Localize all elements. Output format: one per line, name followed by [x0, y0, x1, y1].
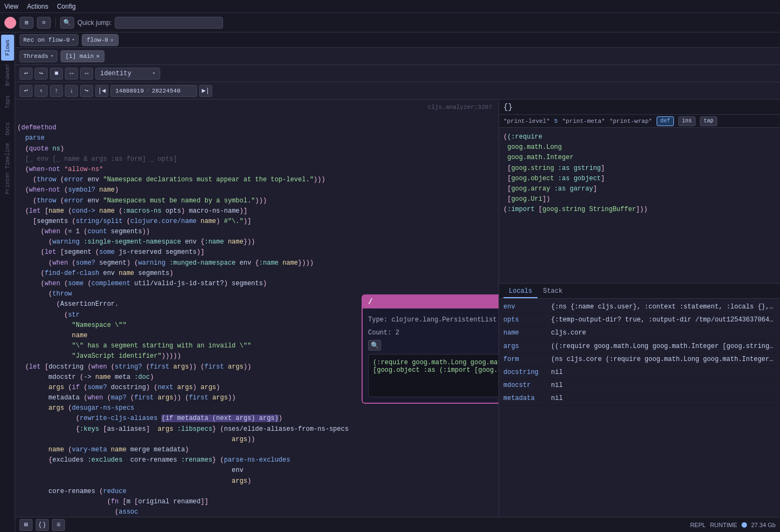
code-header: cljs.analyzer:3207 [17, 104, 496, 110]
locals-row-form: form (ns cljs.core (:require goog.math.L… [499, 353, 780, 366]
quick-jump-label: Quick jump: [77, 19, 112, 27]
popup-search-icon[interactable]: 🔍 [368, 340, 381, 351]
threads-select[interactable]: Threads ▾ [19, 50, 57, 62]
first-btn[interactable]: |◀ [95, 85, 108, 97]
locals-val-opts: {:temp-output-dir? true, :output-dir /tm… [551, 315, 776, 325]
print-controls: *print-level* 5 *print-meta* *print-wrap… [499, 115, 780, 128]
prev-btn[interactable]: ‹ [35, 85, 48, 97]
braces-icon: {} [503, 103, 513, 111]
bottom-btn1[interactable]: ⊞ [19, 519, 32, 531]
menu-actions[interactable]: Actions [27, 3, 48, 10]
last-btn[interactable]: ▶| [199, 85, 212, 97]
step-controls: ↩ ‹ ↑ ↓ ↪ |◀ 14808919 / 28224540 ▶| [15, 82, 780, 100]
locals-key-metadata: metadata [503, 393, 547, 404]
layout-btn[interactable]: ⊞ [19, 17, 34, 29]
locals-val-metadata: nil [551, 393, 776, 404]
bottom-right: REPL RUNTIME 27.34 Gb [690, 522, 776, 528]
menu-config[interactable]: Config [57, 3, 76, 10]
inspector-content: ((:require goog.math.Long goog.math.Inte… [499, 128, 780, 283]
locals-key-docstring: docstring [503, 367, 547, 378]
locals-val-args: ((:require goog.math.Long goog.math.Inte… [551, 341, 776, 352]
rec-on-flow-select[interactable]: Rec on flow-0 ▾ [19, 34, 78, 46]
main-thread-tab[interactable]: [1] main ✕ [61, 50, 104, 62]
tab-stack[interactable]: Stack [538, 285, 568, 298]
sidebar-item-printer[interactable]: Printer [1, 170, 14, 196]
main-layout: Flows Browser Taps Docs Timeline Printer… [0, 32, 780, 532]
locals-val-name: cljs.core [551, 328, 776, 338]
undo-btn[interactable]: ↩ [19, 68, 32, 80]
popup-type: Type: clojure.lang.PersistentList [368, 316, 497, 324]
locals-row-env: env {:ns {:name cljs.user}, :context :st… [499, 301, 780, 314]
sidebar-left: Flows Browser Taps Docs Timeline Printer [0, 32, 15, 532]
search-icon: 🔍 [60, 17, 74, 29]
tap-btn[interactable]: tap [700, 116, 717, 126]
sidebar-item-docs[interactable]: Docs [1, 116, 14, 142]
step-fwd-btn[interactable]: ↪ [80, 85, 93, 97]
locals-key-name: name [503, 328, 547, 338]
locals-row-mdocstr: mdocstr nil [499, 379, 780, 392]
step-counter: 14808919 / 28224540 [110, 85, 197, 97]
locals-key-opts: opts [503, 315, 547, 325]
code-panel[interactable]: cljs.analyzer:3207 (defmethod parse (quo… [15, 100, 499, 517]
bottom-btn3[interactable]: ≡ [52, 519, 65, 531]
print-wrap-label: *print-wrap* [609, 118, 652, 124]
split-area: cljs.analyzer:3207 (defmethod parse (quo… [15, 100, 780, 517]
thread-bar: Threads ▾ [1] main ✕ [15, 48, 780, 65]
toolbar: ⊞ ⊟ 🔍 Quick jump: [0, 13, 780, 32]
flow-tab-bar: Rec on flow-0 ▾ flow-0 ✕ [15, 32, 780, 48]
locals-key-args: args [503, 341, 547, 352]
step-over-btn[interactable]: ↔ [65, 68, 78, 80]
locals-row-name: name cljs.core [499, 327, 780, 340]
inspector-top: {} *print-level* 5 *print-meta* *print-w… [499, 100, 780, 284]
def-btn[interactable]: def [657, 116, 674, 126]
up-btn[interactable]: ↑ [50, 85, 63, 97]
sidebar-item-timeline[interactable]: Timeline [1, 143, 14, 169]
step-back-btn[interactable]: ↩ [19, 85, 32, 97]
sidebar-item-browser[interactable]: Browser [1, 62, 14, 88]
popup-body: Type: clojure.lang.PersistentList def ta… [363, 308, 499, 403]
locals-val-env: {:ns {:name cljs.user}, :context :statem… [551, 302, 776, 312]
right-panel: {} *print-level* 5 *print-meta* *print-w… [499, 100, 780, 517]
settings-btn[interactable]: ⊟ [37, 17, 51, 29]
bottom-bar: ⊞ () ≡ REPL RUNTIME 27.34 Gb [15, 517, 780, 532]
redo-btn[interactable]: ↪ [35, 68, 48, 80]
quick-jump-input[interactable] [115, 17, 223, 29]
debug-controls: ↩ ↪ ■ ↔ ↔ identity ▾ [15, 65, 780, 82]
sidebar-item-flows[interactable]: Flows [1, 35, 14, 61]
memory-usage: 27.34 Gb [751, 522, 776, 528]
locals-content: env {:ns {:name cljs.user}, :context :st… [499, 299, 780, 517]
locals-row-args: args ((:require goog.math.Long goog.math… [499, 340, 780, 353]
runtime-label: RUNTIME [710, 522, 737, 528]
step-into-btn[interactable]: ↔ [80, 68, 93, 80]
status-dot [742, 522, 747, 528]
locals-val-mdocstr: nil [551, 380, 776, 391]
sidebar-item-taps[interactable]: Taps [1, 89, 14, 115]
identity-select[interactable]: identity ▾ [95, 68, 160, 80]
bottom-btn2[interactable]: () [36, 519, 49, 531]
locals-row-metadata: metadata nil [499, 392, 780, 405]
tab-locals[interactable]: Locals [503, 285, 538, 298]
repl-status: REPL [690, 522, 706, 528]
locals-panel: Locals Stack env {:ns {:name cljs.user},… [499, 284, 780, 517]
print-meta-label: *print-meta* [562, 118, 605, 124]
down-btn[interactable]: ↓ [65, 85, 78, 97]
locals-key-form: form [503, 354, 547, 365]
popup-header: / [363, 295, 499, 308]
popup-overlay: / Type: clojure.lang.PersistentList def … [362, 294, 499, 404]
print-level-label: *print-level* [503, 118, 550, 124]
locals-key-env: env [503, 302, 547, 312]
flow-0-tab[interactable]: flow-0 ✕ [82, 34, 119, 46]
menu-view[interactable]: View [4, 3, 18, 10]
ins-btn[interactable]: ins [678, 116, 696, 126]
print-level-value: 5 [554, 118, 558, 124]
locals-val-docstring: nil [551, 367, 776, 378]
popup-content: (:require goog.math.Long goog.math.Integ… [368, 354, 499, 397]
locals-key-mdocstr: mdocstr [503, 380, 547, 391]
inspector-toolbar: {} [499, 100, 780, 115]
locals-tabs: Locals Stack [499, 284, 780, 299]
content-area: Rec on flow-0 ▾ flow-0 ✕ Threads ▾ [1] m… [15, 32, 780, 532]
locals-row-opts: opts {:temp-output-dir? true, :output-di… [499, 314, 780, 327]
record-btn[interactable] [4, 17, 16, 29]
menu-bar: View Actions Config [0, 0, 780, 13]
stop-btn[interactable]: ■ [50, 68, 63, 80]
